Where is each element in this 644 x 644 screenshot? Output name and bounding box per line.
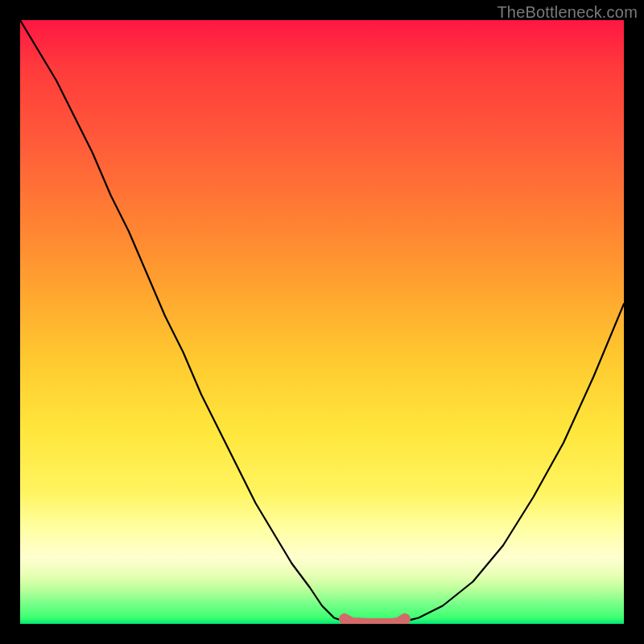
plot-svg [20, 20, 624, 624]
watermark-text: TheBottleneck.com [497, 3, 638, 22]
highlight-segment [345, 619, 405, 624]
curve-line [20, 20, 624, 624]
plot-area [20, 20, 624, 624]
chart-frame: TheBottleneck.com [0, 0, 644, 644]
